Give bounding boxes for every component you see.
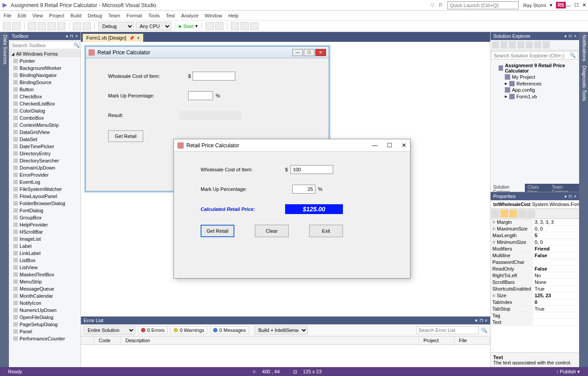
props-events-button[interactable] [518,210,526,218]
menu-team[interactable]: Team [109,13,121,18]
myproject-node[interactable]: My Project [492,74,577,80]
markup-input[interactable] [188,91,213,100]
toolbox-item[interactable]: MessageQueue [9,285,81,292]
col-project[interactable]: Project [419,336,455,344]
errors-filter[interactable]: 0 Errors [138,326,168,334]
property-row[interactable]: ⊞MaximumSize0, 0 [491,226,579,232]
col-icon[interactable] [81,336,94,344]
property-row[interactable]: Tag [491,312,579,319]
menu-project[interactable]: Project [49,13,64,18]
saveall-button[interactable] [57,22,65,30]
references-node[interactable]: ▸References [492,80,577,87]
property-row[interactable]: ReadOnlyFalse [491,266,579,272]
errorlist-dropdown-icon[interactable]: ▾ [475,318,478,323]
toolbox-item[interactable]: Label [9,243,81,250]
toolbox-item[interactable]: BindingSource [9,79,81,86]
sol-props-button[interactable] [526,41,533,49]
props-cat-button[interactable] [491,210,499,218]
props-pages-button[interactable] [527,210,535,218]
project-node[interactable]: Assignment 9 Retail Price Calculator [492,62,577,74]
diagnostic-tools-tab[interactable]: Diagnostic Tools [582,65,587,101]
toolbox-pin-icon[interactable]: ⊓ [70,34,73,39]
toolbox-item[interactable]: FolderBrowserDialog [9,200,81,207]
warnings-filter[interactable]: 0 Warnings [170,326,207,334]
side-tabs-right[interactable]: Notifications Diagnostic Tools [579,32,588,367]
wholesale-input-run[interactable] [290,165,333,174]
exit-button[interactable]: Exit [309,225,343,237]
menu-analyze[interactable]: Analyze [181,13,198,18]
col-code[interactable]: Code [94,336,121,344]
running-form-titlebar[interactable]: Retail Price Calculator — ☐ ✕ [174,139,410,152]
menu-build[interactable]: Build [71,13,81,18]
toolbox-item[interactable]: Button [9,86,81,93]
toolbox-item[interactable]: ImageList [9,235,81,243]
menu-test[interactable]: Test [166,13,175,18]
new-button[interactable] [28,22,36,30]
property-row[interactable]: RightToLeftNo [491,272,579,279]
solution-pin-icon[interactable]: ⊓ [568,34,572,39]
props-az-button[interactable] [500,210,508,218]
toolbox-item[interactable]: DomainUpDown [9,164,81,171]
tab-form1-design[interactable]: Form1.vb [Design] 📌 × [83,34,143,42]
property-row[interactable]: PasswordChar [491,259,579,266]
sol-home-button[interactable] [492,41,499,49]
property-row[interactable]: ⊞MinimumSize0, 0 [491,239,579,246]
sol-sync-button[interactable] [500,41,507,49]
running-close-icon[interactable]: ✕ [402,142,407,149]
property-row[interactable]: TabIndex0 [491,299,579,306]
toolbox-item[interactable]: ErrorProvider [9,171,81,178]
save-button[interactable] [48,22,56,30]
solution-search[interactable]: 🔍 [491,51,578,60]
toolbox-close-icon[interactable]: × [75,34,78,39]
maximize-icon[interactable]: ☐ [574,2,579,8]
start-button[interactable]: Start [179,24,193,29]
undo-button[interactable] [73,22,81,30]
toolbox-item[interactable]: FileSystemWatcher [9,186,81,193]
user-menu-icon[interactable]: ▾ [550,2,552,8]
toolbox-item[interactable]: ComboBox [9,114,81,121]
errorlist-search-input[interactable] [416,326,479,334]
props-close-icon[interactable]: × [574,194,576,199]
toolbox-item[interactable]: HScrollBar [9,228,81,235]
tab-solution-explorer[interactable]: Solution Explorer [491,184,525,192]
toolbox-item[interactable]: ColorDialog [9,107,81,114]
quick-launch-input[interactable] [447,1,519,9]
properties-grid[interactable]: ⊞Margin3, 3, 3, 3⊞MaximumSize0, 0MaxLeng… [491,219,579,352]
notifications-tab[interactable]: Notifications [582,35,587,61]
property-row[interactable]: TabStopTrue [491,306,579,312]
toolbox-item[interactable]: CheckBox [9,93,81,100]
flag-icon[interactable]: ⚐ [439,2,443,8]
running-minimize-icon[interactable]: — [372,142,378,149]
menu-format[interactable]: Format [126,13,142,18]
toolbox-item[interactable]: FontDialog [9,207,81,214]
get-retail-button[interactable]: Get Retail [201,225,234,237]
user-badge[interactable]: RS [556,2,566,8]
solution-close-icon[interactable]: × [574,34,576,39]
toolbox-item[interactable]: DataGridView [9,129,81,136]
data-sources-tab[interactable]: Data Sources [0,32,9,367]
property-row[interactable]: ModifiersFriend [491,246,579,252]
running-form-window[interactable]: Retail Price Calculator — ☐ ✕ Wholesale … [173,139,411,279]
layout-button-3[interactable] [250,22,258,30]
toolbox-category[interactable]: All Windows Forms [9,50,81,57]
errorlist-pin-icon[interactable]: ⊓ [479,318,483,323]
open-button[interactable] [38,22,46,30]
toolbox-item[interactable]: DateTimePicker [9,143,81,150]
publish-button[interactable]: ↑ Publish ▾ [556,369,580,375]
menu-tools[interactable]: Tools [148,13,160,18]
step-button[interactable] [205,22,213,30]
toolbox-item[interactable]: EventLog [9,178,81,186]
sol-showall-button[interactable] [534,41,541,49]
props-dropdown-icon[interactable]: ▾ [564,194,567,199]
nav-fwd-button[interactable] [12,22,20,30]
toolbox-item[interactable]: HelpProvider [9,221,81,228]
properties-object[interactable]: txtWholesaleCost System.Windows.Forms. [491,200,579,209]
search-icon[interactable]: 🔍 [570,53,576,58]
toolbox-dropdown-icon[interactable]: ▾ [66,34,68,39]
property-row[interactable]: ⊞Margin3, 3, 3, 3 [491,219,579,226]
sol-preview-button[interactable] [543,41,550,49]
property-row[interactable]: ShortcutsEnabledTrue [491,286,579,292]
toolbox-item[interactable]: PageSetupDialog [9,321,81,328]
wholesale-input[interactable] [193,72,235,81]
property-row[interactable]: MultilineFalse [491,252,579,259]
